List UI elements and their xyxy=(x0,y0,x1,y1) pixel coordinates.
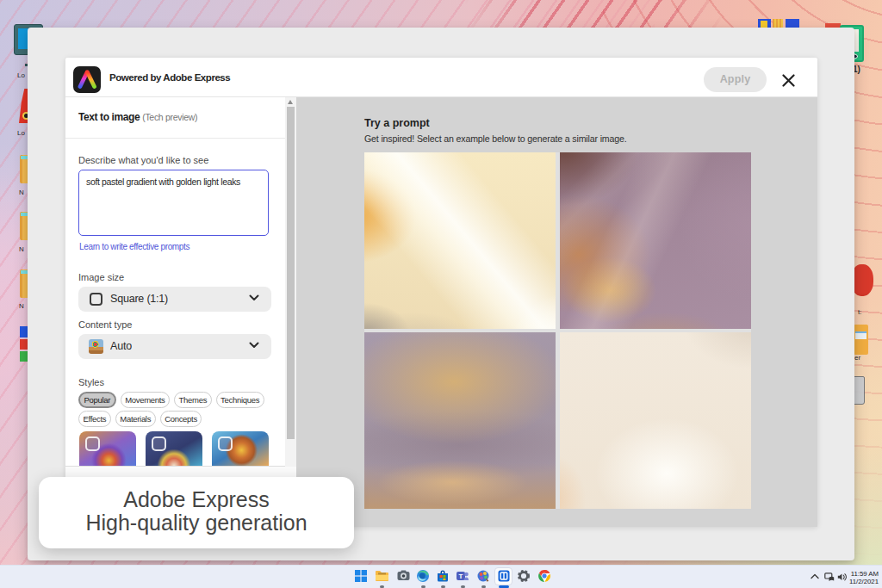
svg-text:T: T xyxy=(459,573,463,580)
